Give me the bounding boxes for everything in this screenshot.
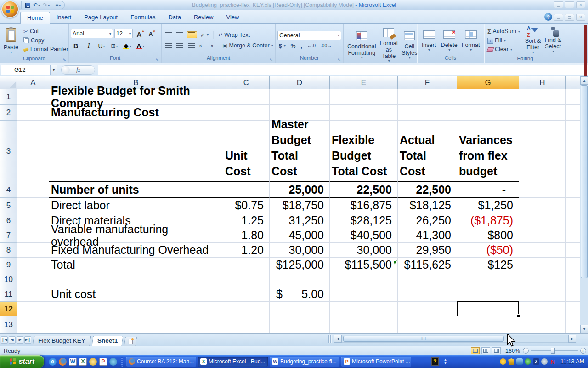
cell-G6[interactable]: ($1,875) xyxy=(457,213,519,228)
find-select-button[interactable]: Find & Select▾ xyxy=(543,26,563,55)
autosum-button[interactable]: ΣAutoSum▾ xyxy=(486,27,521,35)
merge-center-button[interactable]: ▣Merge & Center▾ xyxy=(221,42,275,49)
zoom-level-label[interactable]: 160% xyxy=(505,348,520,354)
tray-network-icon[interactable] xyxy=(516,358,523,365)
cell-F8[interactable]: 29,950 xyxy=(398,243,457,258)
cell-G2[interactable] xyxy=(457,105,519,121)
cell-B5[interactable]: Direct labor xyxy=(49,198,223,213)
clear-button[interactable]: Clear▾ xyxy=(486,46,521,53)
font-size-select[interactable]: 12▾ xyxy=(114,29,133,38)
format-as-table-button[interactable]: Format as Table▾ xyxy=(378,25,400,64)
sheet-tab-sheet1[interactable]: Sheet1 xyxy=(91,336,123,346)
media-player-icon[interactable] xyxy=(109,358,117,366)
cell-E10[interactable] xyxy=(330,272,398,287)
cell-H6[interactable] xyxy=(519,213,566,228)
cell-B2[interactable]: Manufacturing Cost xyxy=(49,105,223,121)
workbook-minimize-button[interactable] xyxy=(554,14,563,21)
row-header-4[interactable]: 4 xyxy=(0,182,17,198)
task-button-word-doc[interactable]: WBudgeting_practice-fl... xyxy=(270,356,339,367)
normal-view-button[interactable] xyxy=(471,347,480,354)
horizontal-scroll-thumb[interactable] xyxy=(343,336,504,342)
cut-button[interactable]: ✂Cut xyxy=(22,28,70,35)
help-tray-icon[interactable]: ? xyxy=(431,357,439,366)
cell-E4[interactable]: 22,500 xyxy=(330,182,398,198)
cell-C2[interactable] xyxy=(223,105,270,121)
increase-decimal-button[interactable]: ←.0 xyxy=(306,43,317,49)
keys-icon[interactable] xyxy=(89,358,97,366)
cell-H1[interactable] xyxy=(519,89,566,105)
format-painter-button[interactable]: Format Painter xyxy=(22,46,70,53)
delete-cells-button[interactable]: Delete▾ xyxy=(439,27,459,53)
underline-button[interactable]: U▾ xyxy=(96,41,107,51)
task-button-powerpoint[interactable]: PMicrosoft PowerPoint ... xyxy=(341,356,411,367)
workbook-close-button[interactable]: × xyxy=(576,14,585,21)
tray-norton-icon[interactable]: N xyxy=(549,358,556,365)
cell-G8[interactable]: ($50) xyxy=(457,243,519,258)
conditional-formatting-button[interactable]: Conditional Formatting▾ xyxy=(345,28,378,61)
zoom-slider[interactable] xyxy=(531,350,578,351)
cell-A5[interactable] xyxy=(17,198,49,213)
cell-A7[interactable] xyxy=(17,228,49,243)
cell-F4[interactable]: 22,500 xyxy=(398,182,457,198)
cell-F6[interactable]: 26,250 xyxy=(398,213,457,228)
cell-H7[interactable] xyxy=(519,228,566,243)
cell-G3[interactable]: Variances from flex budget xyxy=(457,121,519,182)
cell-A3[interactable] xyxy=(17,121,49,182)
cell-F3[interactable]: Actual Total Cost xyxy=(398,121,457,182)
cell-E9[interactable]: $115,500 xyxy=(330,258,398,272)
scroll-left-icon[interactable]: ◀ xyxy=(334,335,342,343)
cell-A2[interactable] xyxy=(17,105,49,121)
row-header-10[interactable]: 10 xyxy=(0,272,17,287)
tray-volume-icon[interactable] xyxy=(541,358,548,365)
cell-B8[interactable]: Fixed Manufacturing Overhead xyxy=(49,243,223,258)
cell-H12[interactable] xyxy=(519,302,566,316)
scroll-down-icon[interactable]: ▼ xyxy=(580,325,588,333)
customize-qat-icon[interactable]: ≡▾ xyxy=(55,2,61,8)
start-button[interactable]: start xyxy=(0,355,44,368)
insert-cells-button[interactable]: Insert▾ xyxy=(419,27,439,53)
cell-G4[interactable]: - xyxy=(457,182,519,198)
active-cell-outline[interactable] xyxy=(457,301,519,316)
align-bottom-button[interactable] xyxy=(187,31,197,38)
tab-insert[interactable]: Insert xyxy=(50,12,78,24)
cell-A11[interactable] xyxy=(17,287,49,302)
number-format-select[interactable]: General▾ xyxy=(277,31,341,40)
align-left-button[interactable] xyxy=(164,42,173,48)
cell-C4[interactable] xyxy=(223,182,270,198)
cell-F9[interactable]: $115,625 xyxy=(398,258,457,272)
cell-E7[interactable]: $40,500 xyxy=(330,228,398,243)
tab-data[interactable]: Data xyxy=(162,12,187,24)
font-dialog-launcher[interactable]: ⇘ xyxy=(155,58,159,62)
cell-F5[interactable]: $18,125 xyxy=(398,198,457,213)
cell-F7[interactable]: 41,300 xyxy=(398,228,457,243)
scroll-up-icon[interactable]: ▲ xyxy=(580,76,588,85)
cell-E1[interactable] xyxy=(330,89,398,105)
increase-indent-button[interactable]: ⇥ xyxy=(207,42,215,49)
cell-G7[interactable]: $800 xyxy=(457,228,519,243)
last-sheet-icon[interactable]: ▶❙ xyxy=(24,336,31,344)
page-layout-view-button[interactable] xyxy=(481,347,490,354)
align-right-button[interactable] xyxy=(187,42,196,48)
cell-E6[interactable]: $28,125 xyxy=(330,213,398,228)
column-header-D[interactable]: D xyxy=(270,76,330,89)
restore-button[interactable] xyxy=(565,1,574,8)
cell-B12[interactable] xyxy=(49,302,223,316)
tab-review[interactable]: Review xyxy=(187,12,220,24)
insert-function-button[interactable]: fx xyxy=(61,65,95,75)
cell-styles-button[interactable]: Cell Styles▾ xyxy=(400,28,419,61)
cell-F2[interactable] xyxy=(398,105,457,121)
cell-B4[interactable]: Number of units xyxy=(49,182,223,198)
zoom-out-button[interactable]: − xyxy=(523,348,529,354)
cell-C6[interactable]: 1.25 xyxy=(223,213,270,228)
tab-page-layout[interactable]: Page Layout xyxy=(78,12,124,24)
column-header-G[interactable]: G xyxy=(457,76,519,89)
column-header-C[interactable]: C xyxy=(223,76,270,89)
copy-button[interactable]: Copy xyxy=(22,37,70,44)
clipboard-dialog-launcher[interactable]: ⇘ xyxy=(62,58,66,62)
cell-C9[interactable] xyxy=(223,258,270,272)
formula-input[interactable] xyxy=(98,65,588,75)
cell-D1[interactable] xyxy=(270,89,330,105)
cell-F11[interactable] xyxy=(398,287,457,302)
format-cells-button[interactable]: Format▾ xyxy=(460,27,482,53)
tab-scroll-splitter[interactable] xyxy=(328,335,332,343)
